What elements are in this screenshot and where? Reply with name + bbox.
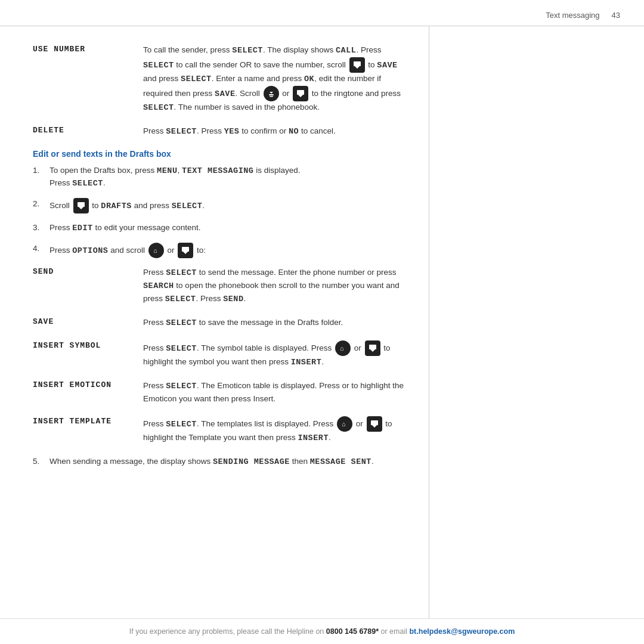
list-item-1: 1. To open the Drafts box, press MENU, T… [33, 165, 405, 190]
list-text-3: Press EDIT to edit your message content. [49, 222, 405, 234]
numbered-list-5: 5. When sending a message, the display s… [33, 456, 405, 468]
definition-insert-symbol: Press SELECT. The symbol table is displa… [143, 340, 405, 369]
list-item-3: 3. Press EDIT to edit your message conte… [33, 222, 405, 234]
footer-phone: 0800 145 6789* [326, 627, 379, 636]
term-use-number: USE NUMBER [33, 44, 143, 114]
definition-send: Press SELECT to send the message. Enter … [143, 267, 405, 306]
definition-use-number: To call the sender, press SELECT. The di… [143, 44, 405, 114]
definition-delete: Press SELECT. Press YES to confirm or NO… [143, 125, 405, 138]
svg-rect-15 [371, 420, 378, 425]
term-save: SAVE [33, 317, 143, 330]
svg-rect-9 [182, 247, 189, 252]
list-item-5: 5. When sending a message, the display s… [33, 456, 405, 468]
svg-marker-1 [355, 66, 360, 69]
term-row-save: SAVE Press SELECT to save the message in… [33, 317, 405, 330]
footer: If you experience any problems, please c… [0, 618, 644, 644]
svg-text:⌂: ⌂ [340, 345, 344, 352]
content-area: USE NUMBER To call the sender, press SEL… [0, 26, 644, 618]
scroll-down-icon-5 [365, 340, 380, 356]
term-insert-template: INSERT TEMPLATE [33, 416, 143, 445]
section-heading: Edit or send texts in the Drafts box [33, 149, 405, 159]
footer-text-before: If you experience any problems, please c… [129, 627, 326, 636]
term-insert-emoticon: INSERT EMOTICON [33, 380, 143, 405]
definition-save: Press SELECT to save the message in the … [143, 317, 405, 330]
list-num-4: 4. [33, 243, 49, 255]
term-row-insert-symbol: INSERT SYMBOL Press SELECT. The symbol t… [33, 340, 405, 369]
list-text-4: Press OPTIONS and scroll ⌂ or to: [49, 243, 405, 258]
svg-text:⌂: ⌂ [342, 420, 346, 428]
footer-email: bt.helpdesk@sgweurope.com [409, 627, 515, 636]
list-num-5: 5. [33, 456, 49, 467]
scroll-down-icon-6 [367, 416, 382, 432]
redial-icon-1 [264, 86, 279, 101]
svg-rect-0 [354, 61, 361, 66]
svg-rect-6 [78, 202, 85, 207]
term-row-use-number: USE NUMBER To call the sender, press SEL… [33, 44, 405, 114]
list-num-3: 3. [33, 222, 49, 234]
list-item-2: 2. Scroll to DRAFTS and press SELECT. [33, 198, 405, 213]
list-text-1: To open the Drafts box, press MENU, TEXT… [49, 165, 405, 190]
redial-icon-2: ⌂ [148, 243, 164, 258]
svg-marker-16 [372, 425, 377, 428]
svg-rect-4 [297, 90, 304, 95]
redial-icon-4: ⌂ [337, 416, 352, 432]
svg-marker-13 [370, 349, 375, 352]
header-title: Text messaging [546, 11, 599, 20]
term-row-delete: DELETE Press SELECT. Press YES to confir… [33, 125, 405, 138]
svg-marker-10 [183, 252, 188, 254]
page: Text messaging 43 USE NUMBER To call the… [0, 0, 644, 644]
term-row-insert-emoticon: INSERT EMOTICON Press SELECT. The Emotic… [33, 380, 405, 405]
term-row-send: SEND Press SELECT to send the message. E… [33, 267, 405, 306]
scroll-down-icon-2 [293, 86, 308, 101]
sidebar-right [429, 26, 644, 618]
definition-insert-template: Press SELECT. The templates list is disp… [143, 416, 405, 445]
list-text-5: When sending a message, the display show… [49, 456, 405, 468]
term-row-insert-template: INSERT TEMPLATE Press SELECT. The templa… [33, 416, 405, 445]
term-send: SEND [33, 267, 143, 306]
scroll-down-icon-1 [349, 57, 365, 73]
redial-icon-3: ⌂ [335, 340, 351, 356]
list-text-2: Scroll to DRAFTS and press SELECT. [49, 198, 405, 213]
svg-text:⌂: ⌂ [153, 247, 157, 254]
list-num-1: 1. [33, 165, 49, 177]
svg-rect-12 [369, 345, 376, 349]
scroll-down-icon-4 [178, 243, 193, 258]
main-content: USE NUMBER To call the sender, press SEL… [0, 26, 429, 618]
svg-marker-7 [79, 207, 83, 209]
numbered-list: 1. To open the Drafts box, press MENU, T… [33, 165, 405, 259]
svg-rect-2 [269, 94, 274, 95]
page-header: Text messaging 43 [0, 0, 644, 26]
svg-marker-5 [298, 95, 303, 97]
term-insert-symbol: INSERT SYMBOL [33, 340, 143, 369]
term-delete: DELETE [33, 125, 143, 138]
list-num-2: 2. [33, 198, 49, 210]
list-item-4: 4. Press OPTIONS and scroll ⌂ or to: [33, 243, 405, 258]
definition-insert-emoticon: Press SELECT. The Emoticon table is disp… [143, 380, 405, 405]
svg-rect-3 [270, 96, 273, 97]
scroll-down-icon-3 [73, 198, 89, 213]
header-page-number: 43 [612, 11, 620, 20]
footer-text-middle: or email [379, 627, 409, 636]
